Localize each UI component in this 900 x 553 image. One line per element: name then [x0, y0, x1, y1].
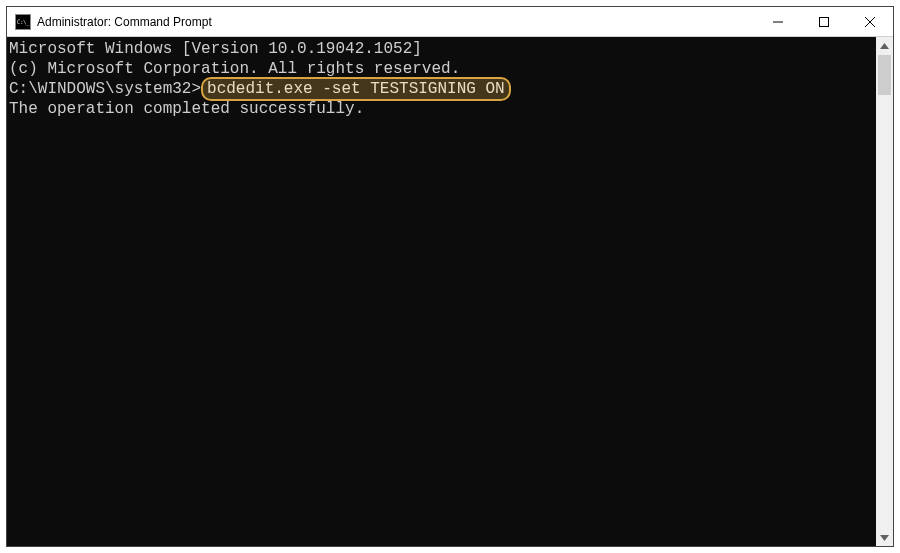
highlighted-command: bcdedit.exe -set TESTSIGNING ON	[201, 77, 511, 101]
maximize-button[interactable]	[801, 7, 847, 36]
console-line: C:\WINDOWS\system32>bcdedit.exe -set TES…	[9, 79, 874, 99]
scroll-down-button[interactable]	[876, 529, 893, 546]
vertical-scrollbar[interactable]	[876, 37, 893, 546]
console-output[interactable]: Microsoft Windows [Version 10.0.19042.10…	[7, 37, 876, 546]
svg-marker-5	[880, 535, 889, 541]
scroll-up-button[interactable]	[876, 37, 893, 54]
console-line: Microsoft Windows [Version 10.0.19042.10…	[9, 39, 874, 59]
console-line: (c) Microsoft Corporation. All rights re…	[9, 59, 874, 79]
command-prompt-window: Administrator: Command Prompt Microsoft …	[6, 6, 894, 547]
minimize-button[interactable]	[755, 7, 801, 36]
svg-rect-1	[820, 17, 829, 26]
window-title: Administrator: Command Prompt	[37, 15, 755, 29]
prompt-text: C:\WINDOWS\system32>	[9, 80, 201, 98]
window-controls	[755, 7, 893, 36]
titlebar[interactable]: Administrator: Command Prompt	[7, 7, 893, 37]
cmd-icon	[15, 14, 31, 30]
console-line: The operation completed successfully.	[9, 99, 874, 119]
console-area: Microsoft Windows [Version 10.0.19042.10…	[7, 37, 893, 546]
close-button[interactable]	[847, 7, 893, 36]
scroll-thumb[interactable]	[878, 55, 891, 95]
svg-marker-4	[880, 43, 889, 49]
